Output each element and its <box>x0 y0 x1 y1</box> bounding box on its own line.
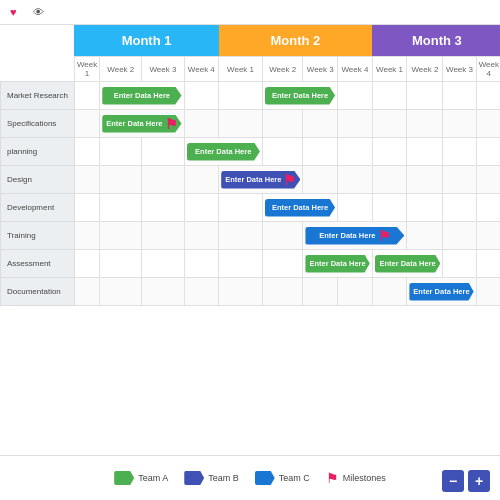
gantt-cell <box>184 278 219 306</box>
gantt-cell <box>262 110 302 138</box>
heart-icon: ♥ <box>10 6 17 18</box>
task-bar[interactable]: Enter Data Here <box>375 255 441 273</box>
task-bar[interactable]: Enter Data Here <box>102 87 181 105</box>
footer: Team A Team B Team C ⚑ Milestones − + <box>0 455 500 500</box>
week-2-3: Week 3 <box>303 57 338 82</box>
gantt-cell <box>74 278 99 306</box>
gantt-cell <box>184 250 219 278</box>
task-bar[interactable]: Enter Data Here <box>305 255 369 273</box>
week-row: Week 1 Week 2 Week 3 Week 4 Week 1 Week … <box>1 57 501 82</box>
gantt-cell <box>74 82 99 110</box>
task-bar[interactable]: Enter Data Here <box>409 283 473 301</box>
milestone-flag-icon: ⚑ <box>283 172 296 188</box>
row-label: Assessment <box>1 250 75 278</box>
gantt-cell: Enter Data Here <box>262 82 337 110</box>
gantt-cell <box>372 138 407 166</box>
row-label: Training <box>1 222 75 250</box>
legend-team-c: Team C <box>255 471 310 485</box>
gantt-cell <box>142 278 184 306</box>
gantt-cell <box>262 138 302 166</box>
gantt-cell <box>184 82 219 110</box>
gantt-cell <box>74 194 99 222</box>
gantt-cell <box>407 82 443 110</box>
label-col-empty <box>1 25 75 57</box>
gantt-cell <box>372 166 407 194</box>
row-label: Specifications <box>1 110 75 138</box>
gantt-cell <box>142 138 184 166</box>
gantt-cell <box>303 166 338 194</box>
month1-header: Month 1 <box>74 25 218 57</box>
gantt-cell <box>476 222 500 250</box>
legend-label-b: Team B <box>208 473 239 483</box>
row-label: Market Research <box>1 82 75 110</box>
gantt-cell <box>476 166 500 194</box>
row-label: Design <box>1 166 75 194</box>
gantt-cell: Enter Data Here <box>303 250 372 278</box>
gantt-cell <box>407 110 443 138</box>
task-bar[interactable]: Enter Data Here <box>187 143 260 161</box>
zoom-controls[interactable]: − + <box>442 470 490 492</box>
gantt-cell <box>443 82 476 110</box>
zoom-plus-button[interactable]: + <box>468 470 490 492</box>
week-2-2: Week 2 <box>262 57 302 82</box>
task-bar[interactable]: Enter Data Here⚑ <box>102 115 181 133</box>
gantt-cell <box>303 278 338 306</box>
gantt-cell <box>219 194 263 222</box>
gantt-cell <box>476 110 500 138</box>
task-bar[interactable]: Enter Data Here⚑ <box>305 227 404 245</box>
gantt-cell <box>476 250 500 278</box>
legend-label-milestones: Milestones <box>343 473 386 483</box>
table-row: DevelopmentEnter Data Here <box>1 194 501 222</box>
task-bar[interactable]: Enter Data Here <box>265 87 335 105</box>
row-label: planning <box>1 138 75 166</box>
week-1-2: Week 2 <box>100 57 142 82</box>
table-row: DocumentationEnter Data Here <box>1 278 501 306</box>
week-3-4: Week 4 <box>476 57 500 82</box>
top-bar: ♥ 👁 <box>0 0 500 25</box>
gantt-cell <box>443 110 476 138</box>
gantt-wrapper[interactable]: Month 1 Month 2 Month 3 Week 1 Week 2 We… <box>0 25 500 455</box>
legend-label-a: Team A <box>138 473 168 483</box>
gantt-cell <box>476 82 500 110</box>
task-label: Enter Data Here <box>272 203 328 212</box>
gantt-cell <box>338 166 373 194</box>
gantt-cell <box>74 110 99 138</box>
gantt-cell <box>142 166 184 194</box>
gantt-cell <box>262 222 302 250</box>
legend-arrow-a <box>114 471 134 485</box>
task-label: Enter Data Here <box>106 119 162 128</box>
zoom-minus-button[interactable]: − <box>442 470 464 492</box>
legend-arrow-b <box>184 471 204 485</box>
gantt-cell <box>184 110 219 138</box>
gantt-cell <box>407 222 443 250</box>
gantt-cell: Enter Data Here <box>372 250 443 278</box>
gantt-cell <box>443 222 476 250</box>
legend-team-a: Team A <box>114 471 168 485</box>
gantt-cell <box>100 278 142 306</box>
gantt-cell <box>338 194 373 222</box>
week-label-empty <box>1 57 75 82</box>
gantt-cell <box>443 250 476 278</box>
gantt-cell <box>476 138 500 166</box>
gantt-cell <box>372 278 407 306</box>
month2-header: Month 2 <box>219 25 373 57</box>
gantt-cell <box>372 82 407 110</box>
gantt-cell <box>142 222 184 250</box>
task-label: Enter Data Here <box>413 287 469 296</box>
week-1-3: Week 3 <box>142 57 184 82</box>
eye-icon: 👁 <box>33 6 44 18</box>
gantt-cell: Enter Data Here⚑ <box>303 222 407 250</box>
table-row: Market ResearchEnter Data HereEnter Data… <box>1 82 501 110</box>
table-row: TrainingEnter Data Here⚑ <box>1 222 501 250</box>
task-bar[interactable]: Enter Data Here <box>265 199 335 217</box>
row-label: Development <box>1 194 75 222</box>
gantt-cell <box>100 138 142 166</box>
task-bar[interactable]: Enter Data Here⚑ <box>221 171 300 189</box>
gantt-cell <box>476 278 500 306</box>
gantt-cell <box>219 82 263 110</box>
gantt-cell <box>100 250 142 278</box>
gantt-cell <box>219 278 263 306</box>
milestone-flag-icon: ⚑ <box>326 470 339 486</box>
gantt-cell: Enter Data Here <box>184 138 262 166</box>
month-row: Month 1 Month 2 Month 3 <box>1 25 501 57</box>
